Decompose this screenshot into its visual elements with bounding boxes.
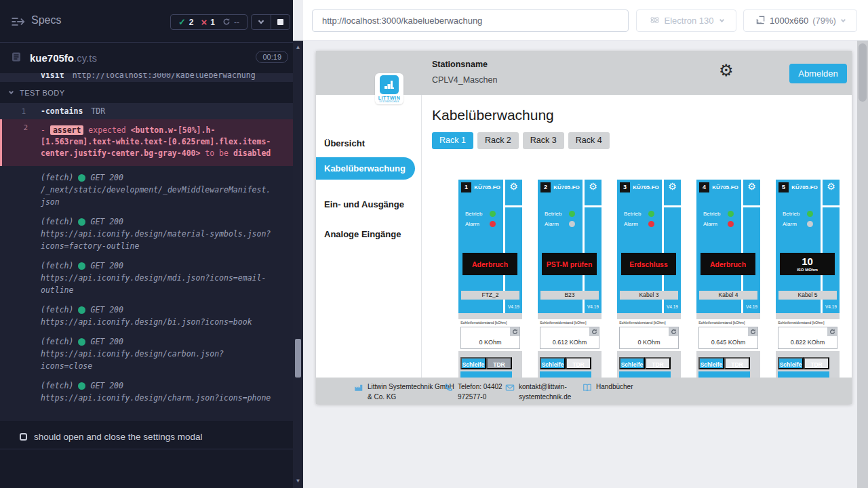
- scrollbar-thumb[interactable]: [295, 339, 301, 378]
- rack-card-top: 1KÜ705-FO⚙BetriebAlarmAderbruchFTZ_2V4.1…: [458, 180, 522, 313]
- viewport-select[interactable]: 1000x660 (79%): [743, 9, 857, 32]
- fetch-log-entry[interactable]: (fetch)GET 200https://api.iconify.design…: [41, 260, 274, 296]
- reporter-scrollbar[interactable]: ▲ ▼: [293, 41, 303, 488]
- rack-card-top: 2KÜ705-FO⚙BetriebAlarmPST-M prüfenB23V4.…: [538, 180, 601, 313]
- tdr-button[interactable]: TDR: [804, 357, 829, 369]
- aut-content-area: LITTWIN SYSTEMTECHNIK Stationsname CPLV4…: [303, 41, 868, 488]
- schleife-button[interactable]: Schleife: [698, 357, 724, 369]
- led-label: Betrieb: [703, 211, 724, 217]
- fetch-log-entry[interactable]: (fetch)GET 200/_next/static/development/…: [41, 171, 274, 208]
- factory-icon: [354, 383, 363, 392]
- log-contains-command[interactable]: 1 -containsTDR: [0, 103, 293, 119]
- led-row-betrieb: Betrieb: [703, 211, 734, 217]
- test-body-section[interactable]: TEST BODY: [0, 82, 293, 103]
- fetch-log-entry[interactable]: (fetch)GET 200https://api.iconify.design…: [41, 216, 274, 252]
- card-settings-gear-icon[interactable]: ⚙: [743, 182, 760, 191]
- fetch-url: https://api.iconify.design/material-symb…: [41, 228, 274, 252]
- sidebar-item-bersicht[interactable]: Übersicht: [316, 132, 415, 155]
- schleife-button[interactable]: Schleife: [460, 357, 486, 369]
- scroll-down-icon[interactable]: ▼: [293, 476, 303, 487]
- collapse-button[interactable]: [252, 15, 271, 29]
- fetch-log-entry[interactable]: (fetch)GET 200https://api.iconify.design…: [41, 380, 274, 404]
- fetch-url: /_next/static/development/_devMiddleware…: [41, 184, 274, 208]
- status-unit: ISO MOhm: [797, 268, 818, 272]
- app-viewport: LITTWIN SYSTEMTECHNIK Stationsname CPLV4…: [316, 51, 852, 404]
- refresh-icon[interactable]: [510, 327, 519, 336]
- browser-select[interactable]: Electron 130: [636, 9, 736, 32]
- schleife-button[interactable]: Schleife: [778, 357, 804, 369]
- card-settings-gear-icon[interactable]: ⚙: [664, 182, 681, 191]
- test-stats[interactable]: ✓2 ×1 --: [170, 14, 248, 30]
- page-scrollbar[interactable]: [857, 41, 868, 488]
- refresh-icon[interactable]: [748, 327, 757, 336]
- firmware-version: V4.19: [662, 304, 679, 309]
- card-bottom-strip: [619, 371, 671, 378]
- tab-rack-4[interactable]: Rack 4: [568, 132, 610, 149]
- footer-phone: Telefon: 04402 972577-0: [444, 382, 507, 402]
- card-model-label: KÜ705-FO: [551, 184, 583, 190]
- log-visit-command[interactable]: 1 visithttp://localhost:3000/kabelueberw…: [0, 73, 293, 82]
- schleife-button[interactable]: Schleife: [619, 357, 645, 369]
- rack-card-bottom: Schleifenwiderstand [kOhm]0 KOhmSchleife…: [458, 313, 522, 378]
- schleife-button[interactable]: Schleife: [540, 357, 566, 369]
- status-dot-icon: [78, 306, 85, 314]
- led-row-alarm: Alarm: [624, 221, 654, 227]
- refresh-icon[interactable]: [827, 327, 837, 336]
- fetch-label: (fetch): [41, 171, 73, 184]
- rack-card: 5KÜ705-FO⚙BetriebAlarm10ISO MOhmKabel 5V…: [776, 180, 840, 378]
- card-settings-gear-icon[interactable]: ⚙: [823, 182, 840, 191]
- footer-manuals[interactable]: Handbücher: [583, 382, 633, 392]
- settings-gear-icon[interactable]: ⚙: [719, 62, 734, 79]
- fetch-log-head: (fetch)GET 200: [41, 380, 274, 392]
- fetch-url: https://api.iconify.design/carbon.json?i…: [41, 348, 274, 372]
- card-settings-gear-icon[interactable]: ⚙: [505, 182, 522, 191]
- tdr-button[interactable]: TDR: [486, 357, 512, 369]
- specs-list-icon[interactable]: [11, 16, 26, 27]
- refresh-icon[interactable]: [669, 327, 678, 336]
- fetch-log-entry[interactable]: (fetch)GET 200https://api.iconify.design…: [41, 336, 274, 372]
- book-icon: [583, 383, 592, 392]
- footer-email[interactable]: kontakt@littwin-systemtechnik.de: [505, 382, 583, 402]
- tdr-button[interactable]: TDR: [566, 357, 591, 369]
- card-divider: [664, 205, 681, 207]
- specs-label[interactable]: Specs: [31, 14, 61, 26]
- log-assert-failed[interactable]: 2 - assert expected <button.w-[50%].h-[1…: [0, 119, 293, 166]
- tab-rack-2[interactable]: Rack 2: [477, 132, 519, 149]
- reporter-controls: [251, 14, 290, 30]
- pending-square-icon: [20, 433, 27, 441]
- cypress-reporter-panel: Specs ✓2 ×1 -- kue705fo.cy.ts 00:19 1 vi…: [0, 0, 293, 488]
- page-title: Kabelüberwachung: [432, 107, 554, 123]
- fetch-status: GET 200: [90, 260, 123, 272]
- card-number-badge: 1: [461, 182, 471, 192]
- tab-rack-1[interactable]: Rack 1: [432, 132, 473, 149]
- electron-icon: [650, 15, 660, 27]
- led-row-alarm: Alarm: [545, 221, 575, 227]
- fetch-url: https://api.iconify.design/charm.json?ic…: [41, 392, 274, 404]
- pending-test-row[interactable]: should open and close the settings modal: [0, 427, 293, 449]
- resistance-readout: 0 KOhm: [619, 327, 679, 349]
- spec-file-row[interactable]: kue705fo.cy.ts 00:19: [0, 43, 293, 73]
- fetch-log-head: (fetch)GET 200: [41, 171, 274, 184]
- tdr-button[interactable]: TDR: [724, 357, 750, 369]
- fetch-log-entry[interactable]: (fetch)GET 200https://api.iconify.design…: [41, 304, 274, 328]
- url-input[interactable]: [312, 9, 629, 32]
- sidebar-item-kabel-berwachung[interactable]: Kabelüberwachung: [316, 157, 415, 180]
- scrollbar-thumb[interactable]: [859, 43, 867, 102]
- status-alarm-text: Aderbruch: [472, 260, 508, 268]
- tdr-button[interactable]: TDR: [645, 357, 671, 369]
- refresh-icon[interactable]: [589, 327, 599, 336]
- card-settings-gear-icon[interactable]: ⚙: [585, 182, 601, 191]
- spec-duration-badge: 00:19: [256, 51, 288, 63]
- rack-card-top: 4KÜ705-FO⚙BetriebAlarmAderbruchKabel 4V4…: [696, 180, 760, 313]
- led-label: Alarm: [703, 221, 724, 227]
- sidebar-item-analoge-eing-nge[interactable]: Analoge Eingänge: [316, 223, 415, 245]
- sidebar-item-ein-und-ausg-nge[interactable]: Ein- und Ausgänge: [316, 193, 415, 216]
- logout-button[interactable]: Abmelden: [789, 64, 847, 83]
- scroll-up-icon[interactable]: ▲: [293, 42, 303, 53]
- email-icon: [505, 383, 515, 392]
- stop-button[interactable]: [271, 15, 290, 29]
- command-log: 1 visithttp://localhost:3000/kabelueberw…: [0, 73, 293, 421]
- rack-card: 4KÜ705-FO⚙BetriebAlarmAderbruchKabel 4V4…: [696, 180, 760, 378]
- fetch-log-head: (fetch)GET 200: [41, 260, 274, 272]
- tab-rack-3[interactable]: Rack 3: [523, 132, 564, 149]
